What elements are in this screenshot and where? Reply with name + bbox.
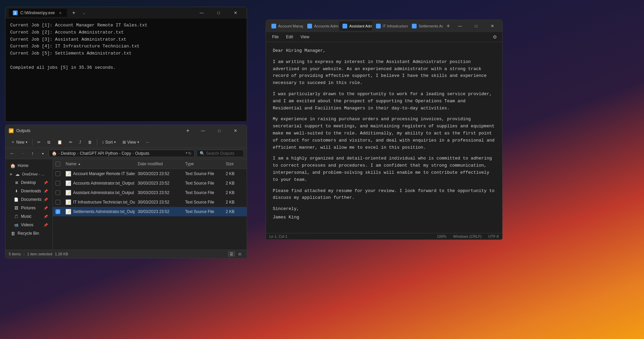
row3-checkbox[interactable] <box>53 189 63 197</box>
row4-check[interactable] <box>55 200 60 205</box>
row3-name: 📝 Assistant Administrator.txt_Output <box>63 188 135 197</box>
table-row[interactable]: 📝 IT Infrastructure Technician.txt_Outpu… <box>53 197 247 207</box>
explorer-addressbar: ← → ↑ ▾ 🏠 › Desktop › ChatGPT API Python… <box>5 148 247 159</box>
terminal-tab-more[interactable]: ⌄ <box>81 9 87 16</box>
delete-button[interactable]: 🗑 <box>85 139 95 146</box>
header-size[interactable]: Size <box>223 161 247 167</box>
notepad-minimize-button[interactable]: — <box>452 22 468 30</box>
header-type[interactable]: Type <box>182 161 223 167</box>
more-button[interactable]: ··· <box>143 139 152 146</box>
row2-checkbox[interactable] <box>53 179 63 187</box>
terminal-tab[interactable]: ❯ C:\Windows\py.exe ✕ <box>9 9 67 17</box>
nav-back-button[interactable]: ← <box>8 149 16 157</box>
sidebar-item-recyclebin[interactable]: 🗑 Recycle Bin <box>7 229 51 237</box>
terminal-maximize-button[interactable]: □ <box>211 9 226 17</box>
explorer-minimize-button[interactable]: — <box>195 127 211 134</box>
notepad-tab-1[interactable]: Accounts Administra <box>304 22 338 30</box>
notepad-maximize-button[interactable]: □ <box>468 22 484 30</box>
header-checkbox-input[interactable] <box>55 162 60 166</box>
header-checkbox[interactable] <box>53 161 63 167</box>
sidebar-item-desktop[interactable]: 🖥 Desktop 📌 <box>7 178 51 187</box>
path-dropdown-icon[interactable]: ▾ <box>186 151 187 156</box>
menu-view[interactable]: View <box>297 33 313 41</box>
row4-checkbox[interactable] <box>53 198 63 206</box>
explorer-close-button[interactable]: ✕ <box>228 127 243 134</box>
path-desktop[interactable]: Desktop <box>61 151 76 156</box>
notepad-tab-4[interactable]: Settlements Adminis <box>408 22 443 30</box>
search-placeholder: Search Outputs <box>206 151 234 156</box>
downloads-icon: ⬇ <box>14 188 19 194</box>
notepad-tab-label-2: Assistant Adm <box>349 24 372 28</box>
notepad-close-button[interactable]: ✕ <box>485 22 500 30</box>
notepad-tab-0[interactable]: Account Manager Re <box>268 22 303 30</box>
sidebar-item-downloads[interactable]: ⬇ Downloads 📌 <box>7 187 51 195</box>
row5-name: 📝 Settlements Administrator.txt_Output <box>63 207 135 216</box>
sidebar-item-pictures[interactable]: 🖼 Pictures 📌 <box>7 204 51 212</box>
sidebar-item-documents[interactable]: 📄 Documents 📌 <box>7 195 51 204</box>
path-refresh-icon[interactable]: ↻ <box>188 151 192 156</box>
row2-type: Text Source File <box>182 179 223 187</box>
notepad-content-area[interactable]: Dear Hiring Manager, I am writing to exp… <box>266 42 502 233</box>
sidebar-item-videos[interactable]: 📹 Videos 📌 <box>7 221 51 229</box>
rename-button[interactable]: ✏ <box>66 139 75 146</box>
notepad-add-tab-button[interactable]: + <box>445 21 451 31</box>
row5-checkbox[interactable]: ✓ <box>53 208 63 216</box>
terminal-tab-label: C:\Windows\py.exe <box>20 10 55 15</box>
menu-file[interactable]: File <box>269 33 282 41</box>
sidebar-pictures-label: Pictures <box>21 206 36 210</box>
cursor-position: Ln 1, Col 1 <box>269 234 287 238</box>
file-icon-5: 📝 <box>66 209 71 214</box>
row2-check[interactable] <box>55 181 60 186</box>
terminal-tab-close[interactable]: ✕ <box>58 10 63 16</box>
paste-button[interactable]: 📋 <box>54 139 65 146</box>
sort-button[interactable]: ↕ Sort ▾ <box>99 139 118 146</box>
settings-button[interactable]: ⚙ <box>490 33 499 41</box>
sidebar-music-label: Music <box>21 214 31 219</box>
list-view-button[interactable]: ☰ <box>228 251 235 257</box>
row1-check[interactable] <box>55 171 60 176</box>
header-date[interactable]: Date modified <box>135 161 182 167</box>
explorer-window-controls: — □ ✕ <box>195 127 243 134</box>
notepad-tab-icon-0 <box>271 24 276 28</box>
explorer-add-tab-button[interactable]: + <box>183 127 193 134</box>
sidebar-onedrive-label: OneDrive - Pers <box>22 172 46 176</box>
menu-edit[interactable]: Edit <box>283 33 296 41</box>
row3-check[interactable] <box>55 190 60 195</box>
table-row[interactable]: 📝 Account Manager Remote IT Sales.txt_..… <box>53 169 247 178</box>
path-separator-2: › <box>77 151 79 156</box>
path-outputs[interactable]: Outputs <box>135 151 149 156</box>
sort-chevron-icon: ▾ <box>114 140 116 144</box>
table-row[interactable]: 📝 Assistant Administrator.txt_Output 30/… <box>53 188 247 197</box>
terminal-minimize-button[interactable]: — <box>194 9 209 17</box>
path-home-icon: 🏠 <box>52 151 57 156</box>
table-row[interactable]: 📝 Accounts Administrator.txt_Output 30/0… <box>53 178 247 188</box>
table-row[interactable]: ✓ 📝 Settlements Administrator.txt_Output… <box>53 207 247 216</box>
header-name[interactable]: Name ▲ <box>63 161 135 167</box>
copy-button[interactable]: ⧉ <box>45 139 53 146</box>
row1-size: 2 KB <box>223 170 247 178</box>
sidebar-item-onedrive[interactable]: ▶ ☁ OneDrive - Pers <box>7 170 51 178</box>
terminal-add-tab-button[interactable]: + <box>69 9 79 17</box>
row1-checkbox[interactable] <box>53 170 63 178</box>
view-button[interactable]: ⊞ View ▾ <box>120 139 142 146</box>
notepad-tab-2[interactable]: Assistant Adm ✕ <box>339 21 372 31</box>
nav-up-button[interactable]: ↑ <box>28 149 37 157</box>
sidebar-item-home[interactable]: 🏠 Home <box>7 162 51 170</box>
notepad-menubar: File Edit View ⚙ <box>266 32 502 42</box>
sidebar-item-music[interactable]: 🎵 Music 📌 <box>7 212 51 220</box>
share-button[interactable]: ⤴ <box>76 139 84 146</box>
path-separator-3: › <box>132 151 134 156</box>
sidebar-videos-label: Videos <box>21 223 33 227</box>
grid-view-button[interactable]: ⊞ <box>236 251 243 257</box>
new-button[interactable]: ＋ New ▾ <box>8 138 30 146</box>
search-box[interactable]: 🔍 Search Outputs <box>197 150 244 157</box>
path-chatgpt[interactable]: ChatGPT API Python - Copy <box>80 151 131 156</box>
notepad-tab-3[interactable]: IT Infrastructure Tech <box>373 22 408 30</box>
row5-check[interactable]: ✓ <box>55 209 60 214</box>
terminal-close-button[interactable]: ✕ <box>228 9 243 17</box>
file-icon-3: 📝 <box>66 190 71 195</box>
explorer-maximize-button[interactable]: □ <box>212 127 227 134</box>
nav-recent-button[interactable]: ▾ <box>39 149 47 157</box>
address-bar[interactable]: 🏠 › Desktop › ChatGPT API Python - Copy … <box>49 150 195 157</box>
cut-button[interactable]: ✂ <box>35 139 43 146</box>
